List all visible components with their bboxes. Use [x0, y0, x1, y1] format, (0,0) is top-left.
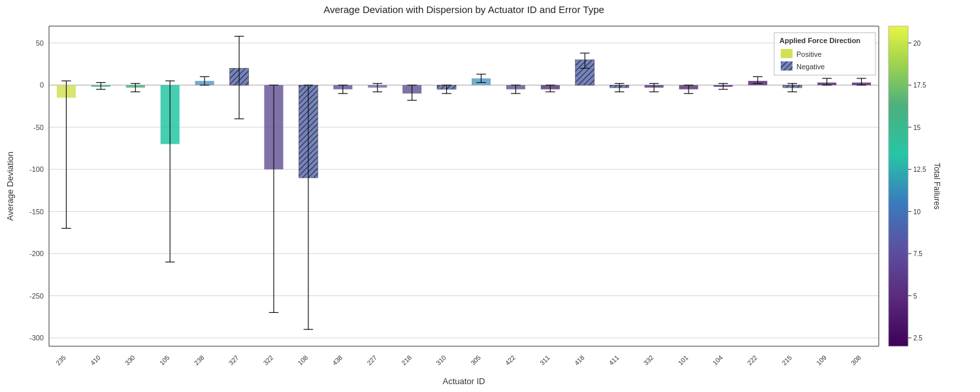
svg-text:-200: -200 — [29, 250, 44, 257]
svg-text:Average Deviation with Dispers: Average Deviation with Dispersion by Act… — [323, 4, 604, 15]
svg-text:411: 411 — [608, 353, 621, 367]
svg-text:332: 332 — [642, 353, 655, 367]
svg-text:5: 5 — [913, 293, 917, 300]
svg-text:327: 327 — [227, 353, 240, 367]
svg-text:-150: -150 — [29, 208, 44, 216]
svg-rect-146 — [889, 26, 908, 346]
svg-text:Negative: Negative — [796, 63, 825, 71]
svg-text:305: 305 — [469, 353, 482, 367]
svg-text:108: 108 — [297, 353, 310, 367]
svg-text:418: 418 — [573, 353, 586, 367]
svg-text:-300: -300 — [29, 334, 44, 342]
svg-text:310: 310 — [434, 353, 448, 367]
svg-text:Applied Force Direction: Applied Force Direction — [779, 37, 860, 44]
svg-text:-100: -100 — [29, 165, 44, 173]
svg-text:311: 311 — [538, 353, 551, 367]
svg-text:Total Failures: Total Failures — [932, 163, 941, 209]
svg-text:15: 15 — [913, 124, 921, 131]
svg-text:218: 218 — [400, 353, 413, 367]
svg-text:101: 101 — [677, 353, 690, 367]
svg-text:10: 10 — [913, 208, 921, 216]
svg-text:410: 410 — [89, 353, 102, 367]
svg-rect-166 — [781, 49, 792, 58]
chart-container: -300-250-200-150-100-5005023541033010523… — [0, 0, 980, 392]
svg-text:330: 330 — [123, 353, 137, 367]
svg-text:2.5: 2.5 — [913, 335, 923, 342]
svg-text:109: 109 — [815, 353, 828, 367]
svg-text:Average Deviation: Average Deviation — [5, 152, 15, 221]
svg-text:104: 104 — [711, 353, 725, 367]
svg-text:227: 227 — [366, 353, 379, 367]
svg-text:Actuator ID: Actuator ID — [442, 376, 485, 386]
svg-text:50: 50 — [36, 39, 44, 47]
svg-text:222: 222 — [746, 353, 759, 367]
svg-text:12.5: 12.5 — [913, 166, 926, 173]
svg-text:-50: -50 — [33, 123, 44, 131]
svg-text:7.5: 7.5 — [913, 250, 923, 257]
svg-text:238: 238 — [193, 353, 206, 367]
svg-text:215: 215 — [781, 353, 794, 367]
svg-text:-250: -250 — [29, 292, 44, 300]
svg-rect-168 — [781, 61, 792, 71]
svg-text:0: 0 — [40, 81, 44, 89]
chart-svg: -300-250-200-150-100-5005023541033010523… — [0, 0, 980, 392]
svg-text:308: 308 — [849, 353, 862, 367]
svg-text:422: 422 — [504, 353, 517, 367]
svg-text:Positive: Positive — [796, 50, 822, 58]
svg-text:235: 235 — [54, 353, 67, 367]
svg-text:322: 322 — [262, 353, 275, 367]
svg-text:438: 438 — [331, 353, 344, 367]
svg-text:105: 105 — [158, 353, 171, 367]
svg-text:20: 20 — [913, 40, 921, 47]
svg-text:17.5: 17.5 — [913, 82, 926, 89]
